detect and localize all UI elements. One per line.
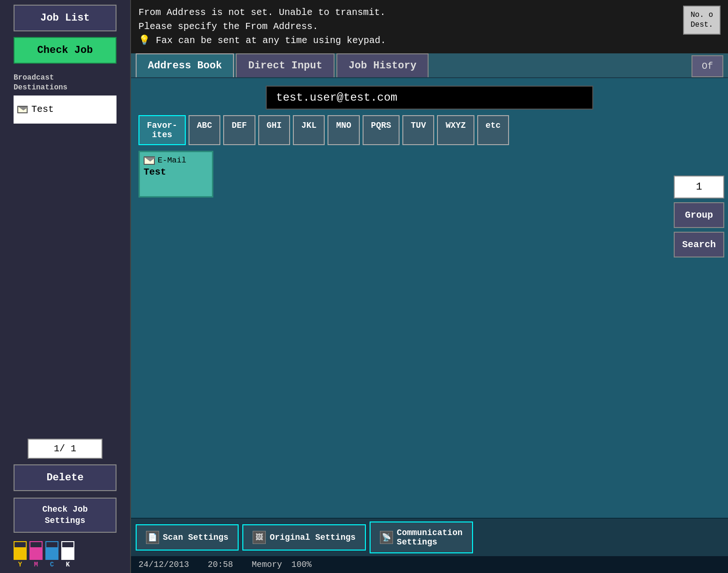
communication-settings-icon: 📡 [380,531,393,544]
check-job-settings-button[interactable]: Check JobSettings [14,498,116,533]
email-input-row: test.user@test.com [138,86,721,110]
tab-job-history[interactable]: Job History [336,53,429,77]
toner-y: Y [14,541,27,568]
check-job-button[interactable]: Check Job [14,37,116,64]
tab-direct-input[interactable]: Direct Input [236,53,334,77]
address-item-type-row: E-Mail [144,156,208,165]
original-settings-button[interactable]: 🖼 Original Settings [242,524,366,551]
filter-btn-abc[interactable]: ABC [189,115,220,145]
email-icon-med [144,156,155,165]
message-line1: From Address is not set. Unable to trans… [138,6,678,20]
address-grid: E-Mail Test [138,151,721,198]
communication-settings-label: CommunicationSettings [397,528,462,547]
toner-k: K [61,541,74,568]
filter-btn-etc[interactable]: etc [477,115,509,145]
right-buttons: 1 Group Search [670,172,728,261]
page-number-right: 1 [674,176,724,198]
communication-settings-button[interactable]: 📡 CommunicationSettings [370,522,473,553]
page-counter: 1/ 1 [28,439,102,459]
content-area: test.user@test.com Favor-ites ABC DEF GH… [131,78,728,518]
filter-btn-ghi[interactable]: GHI [258,115,290,145]
filter-btn-favorites[interactable]: Favor-ites [138,115,186,145]
memory-value: 100% [291,560,312,569]
message-line3: 💡 Fax can be sent at any time using keyp… [138,34,678,48]
sidebar: Job List Check Job BroadcastDestinations… [0,0,131,573]
status-bar: 24/12/2013 20:58 Memory 100% [131,556,728,573]
message-text: From Address is not set. Unable to trans… [138,6,678,48]
scan-settings-icon: 📄 [146,531,159,544]
original-settings-icon: 🖼 [253,531,266,544]
filter-btn-def[interactable]: DEF [223,115,255,145]
toner-c: C [45,541,58,568]
address-item-type-label: E-Mail [158,156,186,165]
top-message-bar: From Address is not set. Unable to trans… [131,0,728,53]
tab-off[interactable]: Of [692,55,723,77]
main-area: From Address is not set. Unable to trans… [131,0,728,573]
email-input[interactable]: test.user@test.com [266,86,593,110]
filter-btn-tuv[interactable]: TUV [402,115,434,145]
broadcast-list: Test [14,96,116,124]
job-list-button[interactable]: Job List [14,5,116,31]
memory-label: Memory [252,560,282,569]
scan-settings-label: Scan Settings [163,533,228,542]
bottom-toolbar: 📄 Scan Settings 🖼 Original Settings 📡 Co… [131,518,728,556]
original-settings-label: Original Settings [269,533,356,542]
filter-btn-wxyz[interactable]: WXYZ [437,115,474,145]
address-item[interactable]: E-Mail Test [138,151,213,198]
toner-bar: Y M C K [14,541,116,568]
delete-button[interactable]: Delete [14,464,116,491]
tab-address-book[interactable]: Address Book [136,53,234,77]
filter-row: Favor-ites ABC DEF GHI JKL MNO PQRS TUV … [138,115,721,145]
search-button[interactable]: Search [674,232,724,257]
status-date: 24/12/2013 [138,560,189,569]
filter-btn-pqrs[interactable]: PQRS [363,115,400,145]
light-icon: 💡 [138,35,150,46]
no-dest-button[interactable]: No. oDest. [683,6,721,35]
address-item-name: Test [144,167,208,177]
message-line2: Please specify the From Address. [138,20,678,34]
broadcast-destinations-label: BroadcastDestinations [14,73,116,93]
broadcast-item-text: Test [31,104,54,115]
status-memory: Memory 100% [252,560,312,569]
group-button[interactable]: Group [674,202,724,228]
filter-btn-mno[interactable]: MNO [328,115,359,145]
email-icon [17,106,28,113]
toner-m: M [29,541,43,568]
filter-btn-jkl[interactable]: JKL [293,115,325,145]
message-line3-text: Fax can be sent at any time using keypad… [156,35,386,46]
status-time: 20:58 [208,560,233,569]
tabs-row: Address Book Direct Input Job History Of [131,53,728,78]
scan-settings-button[interactable]: 📄 Scan Settings [136,524,239,551]
